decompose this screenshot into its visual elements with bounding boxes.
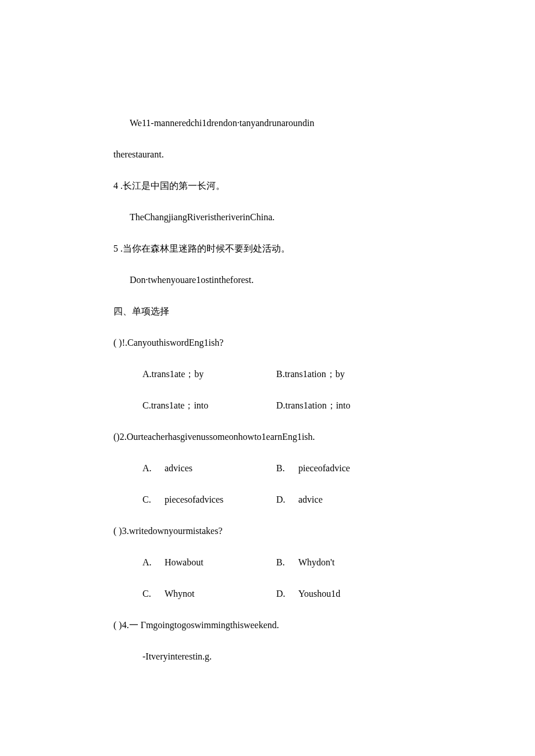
question-4: 4 .长江是中国的第一长河。 (113, 179, 430, 193)
question-5-english: Don·twhenyouare1ostintheforest. (113, 273, 430, 287)
mc1-option-d: D.trans1ation；into (276, 399, 430, 413)
body-text: therestaurant. (113, 148, 430, 162)
mc3-option-b-letter: B. (276, 556, 298, 569)
question-text-cn: .长江是中国的第一长河。 (118, 181, 225, 191)
mc-question-3: ( )3.writedownyourmistakes? (113, 524, 430, 538)
question-5: 5 .当你在森林里迷路的时候不要到处活动。 (113, 242, 430, 256)
mc2-options-row2: C. piecesofadvices D. advice (113, 493, 430, 507)
mc2-option-b-letter: B. (276, 461, 298, 475)
mc-question-4: ( )4.一 Γmgoingtogoswimmingthisweekend. (113, 618, 430, 632)
mc2-option-d-letter: D. (276, 493, 298, 507)
mc1-options-row1: A.trans1ate；by B.trans1ation；by (113, 367, 430, 381)
mc1-option-b: B.trans1ation；by (276, 367, 430, 381)
mc3-option-a-text: Howabout (165, 556, 276, 569)
mc2-options-row1: A. advices B. pieceofadvice (113, 461, 430, 475)
mc2-option-b-text: pieceofadvice (298, 461, 430, 475)
question-4-english: TheChangjiangRiveristheriverinChina. (113, 210, 430, 224)
mc2-option-c-letter: C. (142, 493, 165, 507)
mc-question-2: ()2.Ourteacherhasgivenussomeonhowto1earn… (113, 430, 430, 444)
mc3-option-a-letter: A. (142, 556, 165, 569)
question-text-cn: .当你在森林里迷路的时候不要到处活动。 (118, 243, 290, 253)
mc2-option-a-text: advices (165, 461, 276, 475)
mc3-option-d-text: Youshou1d (298, 587, 430, 601)
mc2-option-a-letter: A. (142, 461, 165, 475)
mc3-option-b-text: Whydon't (298, 556, 430, 569)
question-number: 4 (113, 181, 118, 191)
mc-question-4-response: -Itveryinterestin.g. (113, 650, 430, 664)
mc1-options-row2: C.trans1ate；into D.trans1ation；into (113, 399, 430, 413)
question-number: 5 (113, 243, 118, 253)
mc1-option-c: C.trans1ate；into (142, 399, 276, 413)
mc3-option-d-letter: D. (276, 587, 298, 601)
mc1-option-a: A.trans1ate；by (142, 367, 276, 381)
mc-question-1: ( )!.CanyouthiswordEng1ish? (113, 336, 430, 350)
mc3-option-c-letter: C. (142, 587, 165, 601)
mc2-option-c-text: piecesofadvices (165, 493, 276, 507)
mc3-options-row2: C. Whynot D. Youshou1d (113, 587, 430, 601)
mc3-option-c-text: Whynot (165, 587, 276, 601)
body-text: We11-manneredchi1drendon·tanyandrunaroun… (113, 116, 430, 130)
document-page: We11-manneredchi1drendon·tanyandrunaroun… (0, 0, 535, 756)
mc3-options-row1: A. Howabout B. Whydon't (113, 556, 430, 569)
section-heading: 四、单项选择 (113, 304, 430, 318)
mc2-option-d-text: advice (298, 493, 430, 507)
